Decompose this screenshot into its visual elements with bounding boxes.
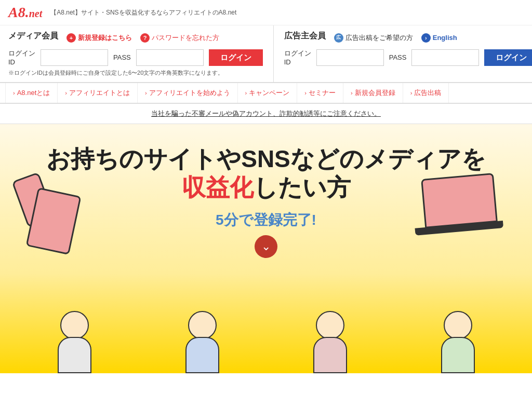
new-register-link[interactable]: + 新規登録はこちら xyxy=(66,33,132,43)
device-laptop xyxy=(423,176,511,233)
header-tagline: 【A8.net】サイト・SNSを収益化するならアフィリエイトのA8.net xyxy=(50,8,236,17)
character-2 xyxy=(185,311,219,373)
hero-title: お持ちのサイトやSNSなどのメディアを xyxy=(46,145,486,173)
person-icon: + xyxy=(66,33,76,43)
nav-chevron: › xyxy=(351,90,353,96)
hero-title-line2: 収益化したい方 xyxy=(182,173,351,202)
nav-chevron: › xyxy=(304,90,307,96)
nav-chevron: › xyxy=(65,90,67,96)
pass-label: PASS xyxy=(113,53,131,61)
nav-item-campaign[interactable]: › キャンペーン xyxy=(238,83,298,103)
nav-item-seminar[interactable]: › セミナー xyxy=(297,83,343,103)
forgot-password-link[interactable]: ? パスワードを忘れた方 xyxy=(140,33,219,43)
notice-link[interactable]: 当社を騙った不審メールや偽アカウント、詐欺的勧誘等にご注意ください。 xyxy=(151,110,381,117)
character-4 xyxy=(441,311,475,373)
media-login-id-input[interactable] xyxy=(41,49,108,66)
media-section-title: メディア会員 xyxy=(8,31,58,42)
hero-section: お持ちのサイトやSNSなどのメディアを 収益化したい方 5分で登録完了! ⌄ xyxy=(0,124,532,373)
media-password-input[interactable] xyxy=(136,49,204,66)
adv-password-input[interactable] xyxy=(411,49,479,66)
nav-item-ad[interactable]: › 広告出稿 xyxy=(403,83,449,103)
site-logo[interactable]: A8.net xyxy=(8,4,42,21)
nav-chevron: › xyxy=(245,90,247,96)
login-note: ※ログインIDは会員登録時にご自身で設定した6〜20文字の半角英数字になります。 xyxy=(8,69,263,77)
adv-pass-label: PASS xyxy=(389,53,407,61)
hero-chevron[interactable]: ⌄ xyxy=(255,235,277,258)
question-icon: ? xyxy=(140,33,150,43)
advertiser-section-title: 広告主会員 xyxy=(284,31,326,42)
nav-item-about[interactable]: › A8.netとは xyxy=(5,83,58,103)
nav-item-start[interactable]: › アフィリエイトを始めよう xyxy=(138,83,238,103)
hero-subtitle: 5分で登録完了! xyxy=(216,210,316,230)
adv-login-button[interactable]: ログイン xyxy=(484,49,532,66)
english-link[interactable]: › English xyxy=(421,33,457,43)
media-login-button[interactable]: ログイン xyxy=(209,49,263,66)
ad-post-link[interactable]: 広 広告出稿をご希望の方 xyxy=(334,33,413,43)
adv-login-id-label: ログインID xyxy=(284,49,311,66)
nav-chevron: › xyxy=(145,90,147,96)
login-id-label: ログインID xyxy=(8,49,35,66)
chevron-down-icon[interactable]: ⌄ xyxy=(255,235,277,258)
character-3 xyxy=(313,311,347,373)
nav-item-affiliate[interactable]: › アフィリエイトとは xyxy=(58,83,138,103)
nav-chevron: › xyxy=(13,90,15,96)
nav-item-register[interactable]: › 新規会員登録 xyxy=(343,83,403,103)
adv-login-id-input[interactable] xyxy=(316,49,384,66)
ad-icon: 広 xyxy=(334,33,343,43)
nav-chevron: › xyxy=(410,90,413,96)
character-1 xyxy=(58,311,91,373)
notice-bar: 当社を騙った不審メールや偽アカウント、詐欺的勧誘等にご注意ください。 xyxy=(0,104,532,124)
nav-bar: › A8.netとは › アフィリエイトとは › アフィリエイトを始めよう › … xyxy=(0,83,532,104)
arrow-icon: › xyxy=(421,33,431,43)
